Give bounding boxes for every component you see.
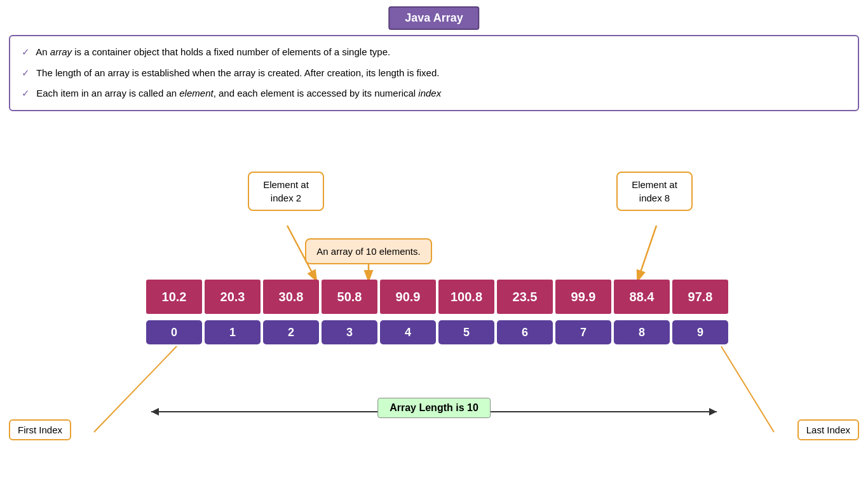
array-cell-9: 97.8 [672, 280, 728, 314]
index-cell-6: 6 [497, 320, 553, 344]
callout-index2: Element atindex 2 [248, 172, 324, 211]
check-icon-1: ✓ [22, 46, 30, 57]
array-cell-3: 50.8 [322, 280, 377, 314]
viz-area: Element atindex 2 Element atindex 8 An a… [0, 165, 868, 488]
array-index-row: 0123456789 [146, 320, 728, 344]
info-box: ✓ An array is a container object that ho… [9, 35, 859, 111]
array-cell-8: 88.4 [614, 280, 670, 314]
array-cell-0: 10.2 [146, 280, 202, 314]
svg-line-4 [721, 346, 774, 432]
info-bullet-2: ✓ The length of an array is established … [22, 66, 846, 81]
callout-index8: Element atindex 8 [616, 172, 693, 211]
callout-10-elements: An array of 10 elements. [305, 238, 432, 264]
svg-marker-6 [151, 408, 159, 416]
index-cell-1: 1 [205, 320, 261, 344]
info-bullet-3: ✓ Each item in an array is called an ele… [22, 86, 846, 101]
array-cell-5: 100.8 [438, 280, 494, 314]
check-icon-2: ✓ [22, 67, 30, 78]
index-cell-3: 3 [322, 320, 377, 344]
check-icon-3: ✓ [22, 88, 30, 98]
array-cell-7: 99.9 [555, 280, 611, 314]
svg-line-3 [94, 346, 177, 432]
index-cell-0: 0 [146, 320, 202, 344]
svg-line-1 [638, 226, 656, 280]
index-cell-2: 2 [263, 320, 319, 344]
index-cell-9: 9 [672, 320, 728, 344]
array-cell-2: 30.8 [263, 280, 319, 314]
index-cell-7: 7 [555, 320, 611, 344]
array-cell-6: 23.5 [497, 280, 553, 314]
array-cell-4: 90.9 [380, 280, 436, 314]
svg-marker-8 [709, 408, 717, 416]
first-index-label: First Index [9, 419, 71, 440]
info-bullet-1: ✓ An array is a container object that ho… [22, 45, 846, 60]
index-cell-8: 8 [614, 320, 670, 344]
array-length-label: Array Length is 10 [377, 398, 491, 418]
page-title: Java Array [388, 6, 479, 30]
index-cell-5: 5 [438, 320, 494, 344]
array-values-row: 10.220.330.850.890.9100.823.599.988.497.… [146, 280, 728, 314]
last-index-label: Last Index [797, 419, 859, 440]
array-cell-1: 20.3 [205, 280, 261, 314]
index-cell-4: 4 [380, 320, 436, 344]
